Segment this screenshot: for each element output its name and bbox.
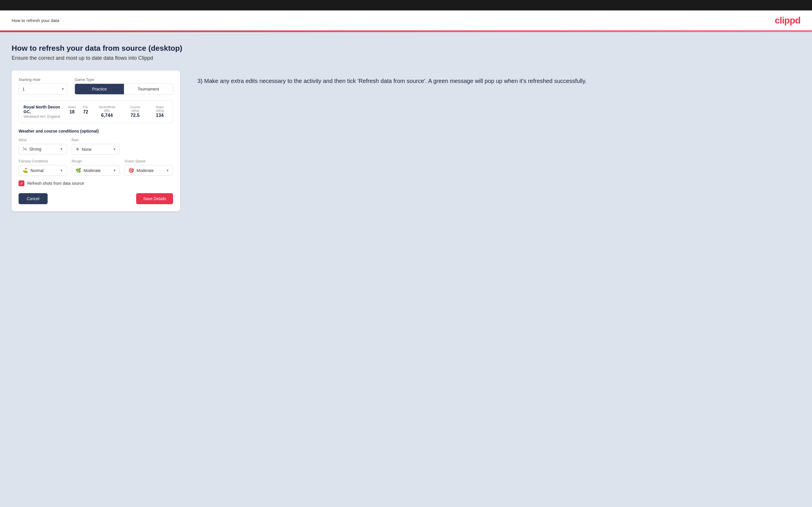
page-subheading: Ensure the correct and most up to date d… xyxy=(12,55,800,61)
rain-group: Rain ☀ None ▼ xyxy=(72,138,120,155)
slope-rating-label: Slope rating xyxy=(151,105,168,112)
course-stats: Holes 18 Par 72 Yards/White (M)) 6,744 C… xyxy=(68,105,168,118)
clippd-logo: clippd xyxy=(775,15,800,26)
content-layout: Starting Hole 1 ▼ Game Type Practice Tou… xyxy=(12,70,800,211)
green-speed-group: Green Speed 🎯 Moderate ▼ xyxy=(124,159,173,176)
course-rating-value: 72.5 xyxy=(126,113,145,118)
course-stat-holes: Holes 18 xyxy=(68,105,76,118)
starting-hole-select[interactable]: 1 xyxy=(19,84,67,94)
course-location: Westward Ho!, England xyxy=(23,115,68,119)
game-type-group: Game Type Practice Tournament xyxy=(74,77,173,95)
green-speed-label: Green Speed xyxy=(124,159,173,163)
side-description: 3) Make any extra edits necessary to the… xyxy=(197,70,800,86)
game-type-buttons: Practice Tournament xyxy=(74,83,173,95)
fairway-chevron-icon: ▼ xyxy=(60,169,63,173)
holes-value: 18 xyxy=(68,109,76,115)
starting-hole-group: Starting Hole 1 ▼ xyxy=(18,77,68,95)
save-button[interactable]: Save Details xyxy=(136,193,173,204)
wind-group: Wind 🌬 Strong ▼ xyxy=(18,138,67,155)
fairway-group: Fairway Conditions ⛳ Normal ▼ xyxy=(18,159,67,176)
course-info-card: Royal North Devon GC, Westward Ho!, Engl… xyxy=(18,100,173,123)
refresh-checkbox-label: Refresh shots from data source xyxy=(27,181,84,186)
practice-button[interactable]: Practice xyxy=(75,84,124,94)
course-stat-slope-rating: Slope rating 134 xyxy=(151,105,168,118)
fairway-icon: ⛳ xyxy=(22,168,28,173)
course-stat-course-rating: Course rating 72.5 xyxy=(126,105,145,118)
yards-value: 6,744 xyxy=(95,113,119,118)
rough-label: Rough xyxy=(72,159,120,163)
starting-hole-row: Starting Hole 1 ▼ Game Type Practice Tou… xyxy=(18,77,173,95)
fairway-select-wrapper[interactable]: ⛳ Normal ▼ xyxy=(18,165,67,176)
green-speed-select-wrapper[interactable]: 🎯 Moderate ▼ xyxy=(124,165,173,176)
refresh-checkbox[interactable] xyxy=(18,180,24,186)
green-speed-icon: 🎯 xyxy=(128,168,134,173)
starting-hole-select-wrapper[interactable]: 1 ▼ xyxy=(18,83,68,95)
wind-rain-row: Wind 🌬 Strong ▼ Rain ☀ None ▼ xyxy=(18,138,173,155)
header: How to refresh your data clippd xyxy=(0,10,812,31)
wind-select-wrapper[interactable]: 🌬 Strong ▼ xyxy=(18,144,67,154)
green-speed-chevron-icon: ▼ xyxy=(166,169,169,173)
course-stat-par: Par 72 xyxy=(83,105,88,118)
game-type-label: Game Type xyxy=(74,77,173,82)
yards-label: Yards/White (M)) xyxy=(95,105,119,112)
wind-chevron-icon: ▼ xyxy=(60,147,63,151)
header-title: How to refresh your data xyxy=(12,18,59,23)
rough-chevron-icon: ▼ xyxy=(113,169,116,173)
course-rating-label: Course rating xyxy=(126,105,145,112)
rain-value: None xyxy=(82,147,113,152)
top-bar xyxy=(0,0,812,10)
wind-value: Strong xyxy=(29,147,60,152)
placeholder-group xyxy=(124,138,173,155)
rough-icon: 🌿 xyxy=(75,168,81,173)
side-description-text: 3) Make any extra edits necessary to the… xyxy=(197,76,800,86)
rough-select-wrapper[interactable]: 🌿 Moderate ▼ xyxy=(72,165,120,176)
course-name: Royal North Devon GC, xyxy=(23,105,68,114)
wind-icon: 🌬 xyxy=(22,147,27,152)
tournament-button[interactable]: Tournament xyxy=(124,84,173,94)
par-label: Par xyxy=(83,105,88,109)
fairway-value: Normal xyxy=(31,168,60,173)
fairway-label: Fairway Conditions xyxy=(18,159,67,163)
cancel-button[interactable]: Cancel xyxy=(18,193,48,204)
main-content: How to refresh your data from source (de… xyxy=(0,32,812,507)
rain-select-wrapper[interactable]: ☀ None ▼ xyxy=(72,144,120,155)
course-details: Royal North Devon GC, Westward Ho!, Engl… xyxy=(23,105,68,119)
form-panel: Starting Hole 1 ▼ Game Type Practice Tou… xyxy=(12,70,180,211)
course-stat-yards: Yards/White (M)) 6,744 xyxy=(95,105,119,118)
fairway-rough-green-row: Fairway Conditions ⛳ Normal ▼ Rough 🌿 Mo… xyxy=(18,159,173,176)
conditions-section-title: Weather and course conditions (optional) xyxy=(18,129,173,133)
rough-value: Moderate xyxy=(84,168,113,173)
refresh-checkbox-row: Refresh shots from data source xyxy=(18,180,173,186)
form-actions: Cancel Save Details xyxy=(18,193,173,204)
rain-icon: ☀ xyxy=(75,147,80,152)
holes-label: Holes xyxy=(68,105,76,109)
slope-rating-value: 134 xyxy=(151,113,168,118)
rain-label: Rain xyxy=(72,138,120,142)
page-heading: How to refresh your data from source (de… xyxy=(12,44,800,53)
starting-hole-label: Starting Hole xyxy=(18,77,68,82)
rough-group: Rough 🌿 Moderate ▼ xyxy=(72,159,120,176)
rain-chevron-icon: ▼ xyxy=(113,147,116,152)
par-value: 72 xyxy=(83,109,88,115)
wind-label: Wind xyxy=(18,138,67,142)
green-speed-value: Moderate xyxy=(137,168,166,173)
